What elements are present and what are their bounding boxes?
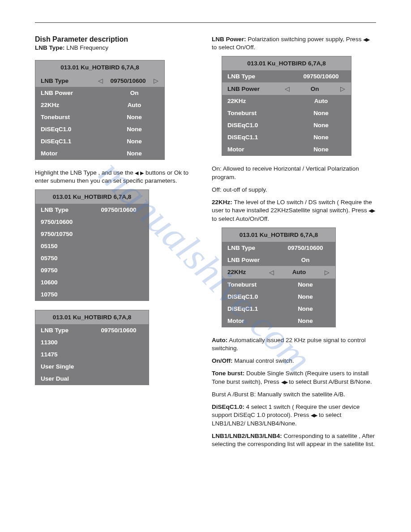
submenu-panel-2: 013.01 Ku_HOTBIRD 6,7A,8 LNB Type 09750/…	[35, 310, 149, 385]
22khz-label: 22KHz:	[212, 199, 232, 206]
toneburst-desc: Tone burst: Double Single Switch (Requir…	[212, 369, 376, 386]
item: 05150	[41, 243, 143, 249]
left-arrow-icon[interactable]	[97, 77, 103, 84]
row-value: None	[281, 317, 330, 324]
row-lnb-power[interactable]: LNB Power On	[222, 82, 351, 95]
row-value: 09750/10600	[103, 77, 153, 84]
left-column: Dish Parameter description LNB Type: LNB…	[35, 35, 199, 453]
left-arrow-icon[interactable]	[284, 85, 290, 92]
right-arrow-icon[interactable]	[324, 269, 330, 276]
list-item[interactable]: 10750	[35, 288, 149, 300]
row-diseqc10[interactable]: DiSEqC1.0 None	[35, 123, 164, 135]
dish-panel-lnb-type: 013.01 Ku_HOTBIRD 6,7A,8 LNB Type 09750/…	[35, 60, 165, 160]
list-item[interactable]: 09750	[35, 264, 149, 276]
row-lnb-type[interactable]: LNB Type 09750/10600	[35, 74, 164, 87]
burst-text: Burst A /Burst B: Manually switch the sa…	[212, 390, 376, 399]
item: 11300	[41, 339, 143, 346]
row-label: LNB Power	[227, 86, 284, 92]
auto-desc: Auto: Automatically issued 22 KHz pulse …	[212, 336, 376, 352]
row-22khz[interactable]: 22KHz Auto	[222, 266, 335, 279]
right-column: LNB Power: Polarization switching power …	[212, 35, 376, 453]
list-item[interactable]: 9750/10750	[35, 228, 149, 240]
row-label: Motor	[41, 150, 110, 157]
onoff-desc: On/Off: Manual control switch.	[212, 357, 376, 365]
text: The level of the LO switch / DS switch (…	[212, 199, 372, 214]
row-label: Toneburst	[41, 114, 110, 120]
panel-title: 013.01 Ku_HOTBIRD 6,7A,8	[35, 60, 164, 74]
row-value: None	[296, 122, 346, 129]
text: to select Burst A/Burst B/None.	[287, 378, 372, 385]
row-value: 09750/10600	[94, 206, 143, 213]
row-diseqc11[interactable]: DiSEqC1.1 None	[35, 135, 164, 147]
row-value: On	[281, 257, 330, 263]
row-value: 09750/10600	[296, 73, 346, 80]
onoff-label: On/Off:	[212, 357, 233, 364]
lnb-type-sub: LNB Type: LNB Frequency	[35, 44, 199, 51]
right-arrow-icon[interactable]	[339, 85, 346, 92]
item: 10750	[41, 291, 143, 298]
row-label: 22KHz	[41, 102, 110, 108]
row-22khz[interactable]: 22KHz Auto	[35, 99, 164, 111]
row-label: DiSEqC1.0	[227, 122, 296, 129]
text: Automatically issued 22 KHz pulse signal…	[212, 337, 366, 352]
row-label: Motor	[227, 146, 296, 153]
row-value: None	[110, 150, 159, 157]
row-diseqc11[interactable]: DiSEqC1.1 None	[222, 303, 335, 315]
diseqc-label: DiSEqC1.0:	[212, 403, 244, 410]
item: 09750	[41, 267, 143, 274]
row-value: On	[290, 86, 339, 92]
text: to select Auto/On/Off.	[212, 215, 269, 222]
row-label: 22KHz	[227, 98, 296, 104]
top-rule	[35, 22, 376, 23]
list-item[interactable]: User Dual	[35, 373, 149, 385]
row-toneburst[interactable]: Toneburst None	[222, 107, 351, 119]
row-value: Auto	[274, 269, 324, 275]
row-motor[interactable]: Motor None	[35, 147, 164, 159]
dish-panel-lnb-power: 013.01 Ku_HOTBIRD 6,7A,8 LNB Type 09750/…	[222, 56, 351, 156]
row-label: 22KHz	[227, 269, 268, 275]
list-item[interactable]: 05150	[35, 240, 149, 252]
row-motor[interactable]: Motor None	[222, 315, 335, 327]
right-arrow-icon[interactable]	[153, 77, 159, 84]
row-label: LNB Type	[227, 73, 296, 80]
row-diseqc11[interactable]: DiSEqC1.1 None	[222, 131, 351, 143]
list-item[interactable]: 9750/10600	[35, 216, 149, 228]
row-lnb-type[interactable]: LNB Type 09750/10600	[222, 242, 335, 254]
row-lnb-power[interactable]: LNB Power On	[35, 87, 164, 99]
row-label: Motor	[227, 317, 281, 324]
row-label: DiSEqC1.1	[41, 138, 110, 145]
lnb1234-desc: LNB1/LNB2/LNB3/LNB4: Corresponding to a …	[212, 432, 376, 448]
row-label: DiSEqC1.1	[227, 134, 296, 141]
dish-panel-22khz: 013.01 Ku_HOTBIRD 6,7A,8 LNB Type 09750/…	[222, 227, 336, 327]
row-value: Auto	[296, 98, 346, 104]
text: Press	[350, 207, 368, 214]
row-lnb-type[interactable]: LNB Type 09750/10600	[222, 70, 351, 82]
section-heading: Dish Parameter description	[35, 35, 199, 43]
panel-title: 013.01 Ku_HOTBIRD 6,7A,8	[35, 190, 149, 204]
row-label: LNB Type	[41, 327, 94, 334]
row-lnb-power[interactable]: LNB Power On	[222, 254, 335, 266]
row-toneburst[interactable]: Toneburst None	[222, 279, 335, 291]
row-toneburst[interactable]: Toneburst None	[35, 111, 164, 123]
list-item[interactable]: 11300	[35, 336, 149, 348]
left-arrow-icon[interactable]	[268, 269, 274, 276]
row-value: None	[296, 146, 346, 153]
list-item[interactable]: 05750	[35, 252, 149, 264]
list-item[interactable]: 10600	[35, 276, 149, 288]
list-item[interactable]: 11475	[35, 348, 149, 360]
row-22khz[interactable]: 22KHz Auto	[222, 95, 351, 107]
diseqc-desc: DiSEqC1.0: 4 select 1 switch ( Require t…	[212, 403, 376, 428]
item: 11475	[41, 351, 143, 358]
row-diseqc10[interactable]: DiSEqC1.0 None	[222, 291, 335, 303]
row-value: None	[281, 305, 330, 312]
text: Manual control switch.	[233, 357, 294, 364]
row-diseqc10[interactable]: DiSEqC1.0 None	[222, 119, 351, 131]
row-motor[interactable]: Motor None	[222, 143, 351, 155]
item: 05750	[41, 255, 143, 262]
auto-label: Auto:	[212, 337, 227, 343]
list-item[interactable]: User Single	[35, 360, 149, 373]
lnb-type-value: LNB Frequency	[65, 44, 109, 51]
left-right-icon	[281, 378, 287, 385]
row-label: DiSEqC1.1	[227, 305, 281, 312]
row-label: LNB Power	[227, 257, 281, 263]
